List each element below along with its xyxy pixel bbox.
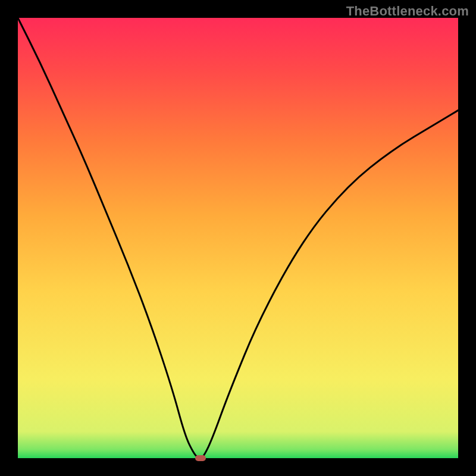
optimum-marker <box>195 455 206 461</box>
watermark-text: TheBottleneck.com <box>346 4 469 19</box>
bottleneck-curve <box>18 18 458 458</box>
chart-frame: TheBottleneck.com <box>0 0 476 476</box>
